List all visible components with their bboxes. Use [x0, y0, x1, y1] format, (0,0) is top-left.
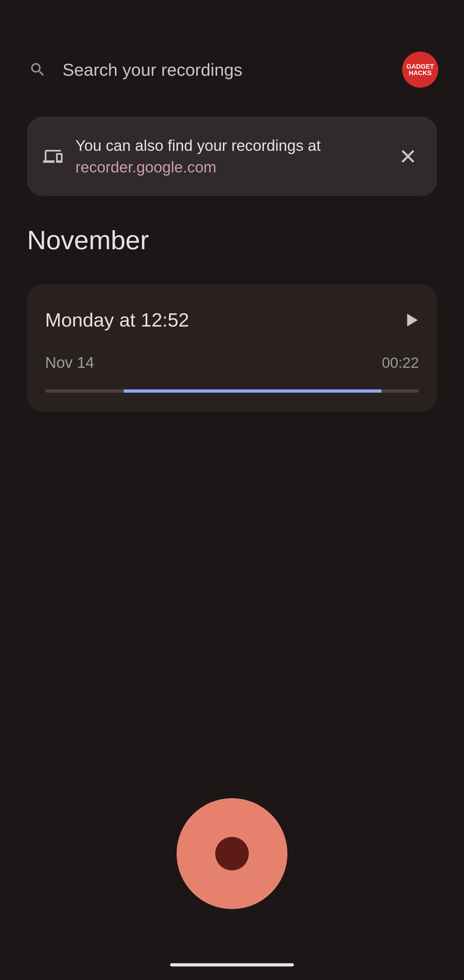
devices-icon: [43, 147, 62, 166]
waveform-active: [124, 390, 381, 393]
recording-title: Monday at 12:52: [45, 309, 189, 331]
close-icon[interactable]: [400, 148, 416, 165]
recording-duration: 00:22: [382, 354, 419, 371]
avatar[interactable]: GADGET HACKS: [402, 52, 438, 88]
search-icon[interactable]: [29, 61, 46, 78]
home-indicator[interactable]: [170, 963, 294, 966]
recording-date: Nov 14: [45, 354, 94, 371]
play-icon[interactable]: [406, 313, 419, 328]
waveform[interactable]: [45, 390, 419, 393]
avatar-text-line1: GADGET: [406, 63, 434, 70]
record-icon: [215, 837, 249, 870]
banner-text: You can also find your recordings at rec…: [75, 135, 387, 178]
recording-card[interactable]: Monday at 12:52 Nov 14 00:22: [27, 284, 437, 412]
info-banner: You can also find your recordings at rec…: [27, 117, 437, 196]
record-button[interactable]: [176, 798, 288, 909]
header: Search your recordings GADGET HACKS: [0, 0, 464, 107]
search-input[interactable]: Search your recordings: [62, 60, 386, 80]
banner-link[interactable]: recorder.google.com: [75, 156, 387, 178]
avatar-text-line2: HACKS: [406, 70, 434, 76]
month-header: November: [0, 206, 464, 265]
